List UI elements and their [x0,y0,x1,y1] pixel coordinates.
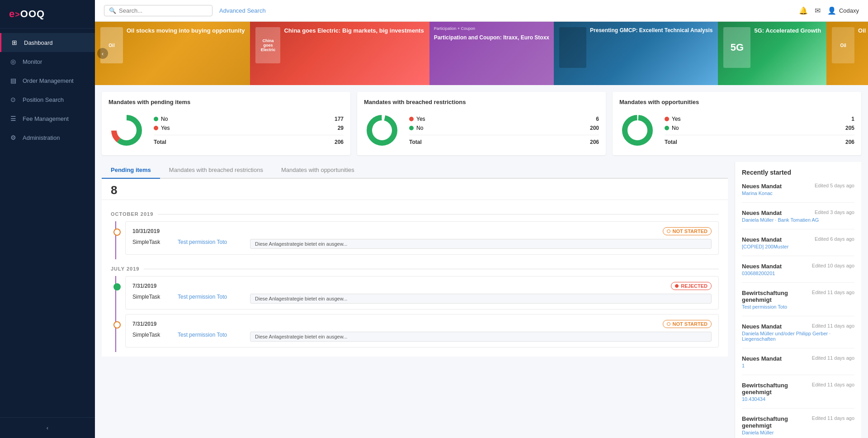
sidebar-item-monitor[interactable]: ◎ Monitor [0,52,95,71]
search-box[interactable]: 🔍 [104,5,212,16]
rs-item-time-8: Edited 11 days ago [812,415,854,421]
svg-point-3 [369,118,395,143]
news-card-1[interactable]: Oil Oil stocks moving into buying opport… [95,22,250,85]
news-card-3[interactable]: Participation + Coupon Participation and… [429,22,554,85]
chart-opportunities: Mandates with opportunities Yes 1 [613,92,861,155]
order-management-icon: ▤ [9,76,17,85]
rs-item-sub-6: 1 [742,363,854,368]
news-card-2[interactable]: China goes Electric China goes Electric:… [250,22,429,85]
rs-item-type-8: Bewirtschaftung genehmigt [742,415,807,429]
donut-breached [364,112,400,148]
topbar: 🔍 Advanced Search 🔔 ✉ 👤 Codaxy [95,0,868,22]
news-card-1-title: Oil stocks moving into buying opportunit… [127,27,245,35]
notification-icon[interactable]: 🔔 [799,6,808,15]
legend-opp-total: Total 206 [665,139,854,145]
total-label-o: Total [665,139,677,145]
carousel-prev-button[interactable]: ‹ [97,48,108,59]
legend-opp-yes-count: 1 [851,116,854,122]
position-search-icon: ⊙ [9,95,17,104]
advanced-search-link[interactable]: Advanced Search [219,7,266,14]
rs-item-1[interactable]: Neues Mandat Edited 3 days ago Daniela M… [742,209,854,229]
sidebar-item-label-dashboard: Dashboard [24,39,53,46]
legend-opp-no: No 205 [665,125,854,131]
sidebar-collapse-button[interactable]: ‹ [0,417,95,438]
sidebar-item-fee-management[interactable]: ☰ Fee Management [0,109,95,128]
rs-item-time-5: Edited 11 days ago [812,323,854,328]
rs-item-8[interactable]: Bewirtschaftung genehmigt Edited 11 days… [742,415,854,438]
dot-red [154,126,158,130]
rs-item-type-4: Bewirtschaftung genehmigt [742,290,807,303]
timeline-task-row-3: SimpleTask Test permission Toto Diese An… [132,332,712,342]
rs-item-time-4: Edited 11 days ago [812,290,854,295]
rs-item-3[interactable]: Neues Mandat Edited 10 days ago 03068820… [742,263,854,283]
logo-arrow: > [15,10,20,19]
rs-item-time-6: Edited 11 days ago [812,355,854,361]
legend-breached-yes: Yes 6 [409,116,599,122]
timeline-item-2: 7/31/2019 REJECTED SimpleTask Test permi… [125,276,719,309]
timeline-container: OCTOBER 2019 10/31/2019 NOT STARTED [102,200,728,357]
task-name-3[interactable]: Test permission Toto [178,332,241,338]
news-card-6[interactable]: Oil Oil stocks moving into buying opport… [826,22,868,85]
rs-item-sub-7: 10.430434 [742,396,854,402]
tab-breached-restrictions[interactable]: Mandates with breached restrictions [160,162,272,179]
search-input[interactable] [119,7,208,14]
rs-item-type-3: Neues Mandat [742,263,782,270]
news-card-2-title: China goes Electric: Big markets, big in… [284,27,424,35]
news-card-4[interactable]: Presenting GMCP: Excellent Technical Ana… [554,22,718,85]
task-desc-1: Diese Anlagestrategie bietet ein ausgew.… [250,239,712,249]
rs-item-7[interactable]: Bewirtschaftung genehmigt Edited 11 days… [742,382,854,409]
dot-green [154,117,158,121]
legend-breached-yes-label: Yes [416,116,425,122]
sidebar-item-label-order: Order Management [23,77,74,84]
task-name-2[interactable]: Test permission Toto [178,294,241,300]
rs-item-sub-3: 030688200201 [742,271,854,276]
total-label: Total [154,139,166,145]
task-name-1[interactable]: Test permission Toto [178,239,241,245]
content-main: ‹ Oil Oil stocks moving into buying oppo… [95,22,868,438]
sidebar-item-position-search[interactable]: ⊙ Position Search [0,90,95,109]
timeline-item-3: 7/31/2019 NOT STARTED SimpleTask Test pe… [125,314,719,348]
legend-total: Total 206 [154,139,344,145]
dot-green-b [409,126,414,130]
rs-items-container: Neues Mandat Edited 5 days ago Marina Ko… [742,183,854,438]
rs-title: Recently started [742,169,854,176]
collapse-icon: ‹ [47,424,48,431]
legend-breached-yes-count: 6 [596,116,599,122]
svg-point-5 [625,118,650,143]
status-badge-3: NOT STARTED [663,320,712,328]
charts-section: Mandates with pending items No 177 [95,85,868,162]
rs-item-time-7: Edited 11 days ago [812,382,854,387]
pending-section: Pending items Mandates with breached res… [95,162,868,438]
rs-item-sub-5: Daniela Müller und/oder Philipp Gerber ·… [742,331,854,342]
rs-item-sub-8: Daniela Müller [742,430,854,435]
dot-red-o [665,117,669,121]
total-count-o: 206 [845,139,854,145]
sidebar-item-dashboard[interactable]: ⊞ Dashboard [0,33,95,52]
chart-opportunities-legend: Yes 1 No 205 Total 206 [665,116,854,145]
rs-item-4[interactable]: Bewirtschaftung genehmigt Edited 11 days… [742,290,854,316]
tab-pending-items[interactable]: Pending items [102,162,160,179]
timeline-line-oct: 10/31/2019 NOT STARTED SimpleTask Test p… [115,221,719,259]
tab-opportunities[interactable]: Mandates with opportunities [272,162,363,179]
sidebar-item-order-management[interactable]: ▤ Order Management [0,71,95,90]
legend-opp-yes-label: Yes [672,116,681,122]
rs-item-type-1: Neues Mandat [742,209,782,216]
content-area: ‹ Oil Oil stocks moving into buying oppo… [95,22,868,438]
rs-item-sub-2: [COPIED] 200Muster [742,244,854,249]
main-area: 🔍 Advanced Search 🔔 ✉ 👤 Codaxy ‹ Oil [95,0,868,438]
mail-icon[interactable]: ✉ [815,6,821,15]
legend-opp-no-label: No [672,125,679,131]
sidebar-item-label-position: Position Search [23,96,64,103]
rs-item-2[interactable]: Neues Mandat Edited 6 days ago [COPIED] … [742,236,854,256]
timeline-task-row-2: SimpleTask Test permission Toto Diese An… [132,294,712,304]
chart-breached-legend: Yes 6 No 200 Total 206 [409,116,599,145]
rs-item-6[interactable]: Neues Mandat Edited 11 days ago 1 [742,355,854,375]
rs-item-time-2: Edited 6 days ago [815,236,854,242]
legend-breached-total: Total 206 [409,139,599,145]
rs-item-5[interactable]: Neues Mandat Edited 11 days ago Daniela … [742,323,854,348]
news-card-5[interactable]: 5G 5G: Accelerated Growth [718,22,826,85]
rs-item-type-7: Bewirtschaftung genehmigt [742,382,807,395]
rs-item-0[interactable]: Neues Mandat Edited 5 days ago Marina Ko… [742,183,854,203]
sidebar-item-administration[interactable]: ⚙ Administration [0,128,95,147]
user-menu[interactable]: 👤 Codaxy [827,6,859,15]
